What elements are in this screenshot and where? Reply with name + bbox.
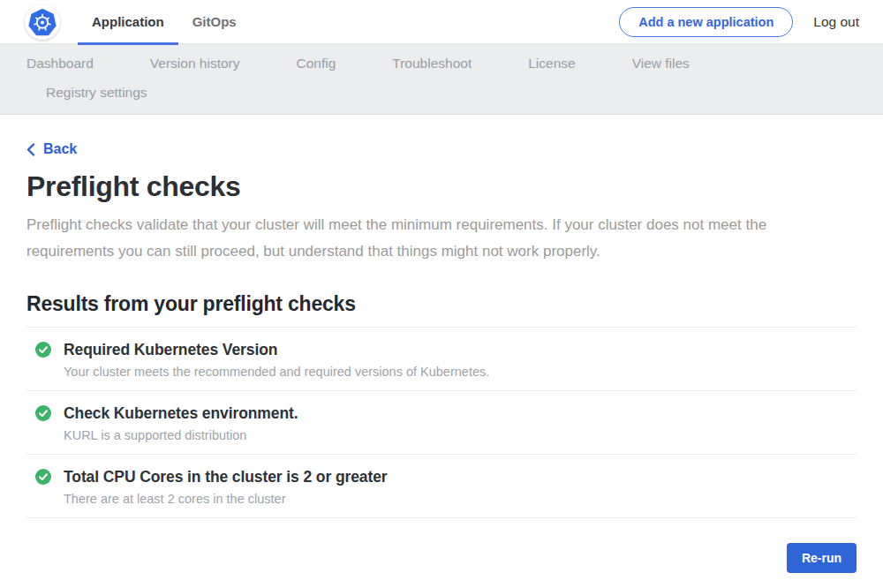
subnav-item-license[interactable]: License	[528, 56, 575, 71]
footer-actions: Re-run	[26, 543, 857, 573]
check-success-icon	[35, 342, 51, 358]
check-success-icon	[35, 405, 51, 421]
check-title: Required Kubernetes Version	[64, 341, 277, 359]
back-label: Back	[43, 141, 77, 157]
top-header: Application GitOps Add a new application…	[0, 0, 883, 44]
check-message: There are at least 2 cores in the cluste…	[64, 492, 857, 506]
preflight-check-list: Required Kubernetes Version Your cluster…	[26, 327, 857, 518]
back-link[interactable]: Back	[26, 141, 77, 157]
subnav-item-troubleshoot[interactable]: Troubleshoot	[392, 56, 472, 71]
app-subnav: Dashboard Version history Config Trouble…	[0, 44, 883, 115]
page-description: Preflight checks validate that your clus…	[26, 212, 839, 265]
page-title: Preflight checks	[26, 170, 857, 203]
tab-application[interactable]: Application	[78, 0, 178, 44]
kubernetes-logo[interactable]	[25, 4, 60, 40]
subnav-item-dashboard[interactable]: Dashboard	[26, 56, 94, 71]
check-message: Your cluster meets the recommended and r…	[64, 365, 857, 379]
subnav-row-2: Registry settings	[26, 85, 857, 101]
tab-gitops[interactable]: GitOps	[178, 0, 251, 44]
subnav-item-config[interactable]: Config	[297, 56, 336, 71]
check-row-kubernetes-version: Required Kubernetes Version Your cluster…	[26, 328, 857, 391]
add-application-button[interactable]: Add a new application	[619, 7, 793, 37]
subnav-item-view-files[interactable]: View files	[632, 56, 690, 71]
check-message: KURL is a supported distribution	[64, 428, 857, 442]
subnav-row-1: Dashboard Version history Config Trouble…	[26, 56, 857, 72]
rerun-button[interactable]: Re-run	[787, 543, 857, 573]
check-success-icon	[35, 469, 51, 485]
primary-tabs: Application GitOps	[78, 0, 251, 44]
results-heading: Results from your preflight checks	[26, 291, 857, 316]
check-title: Total CPU Cores in the cluster is 2 or g…	[64, 468, 388, 486]
subnav-item-version-history[interactable]: Version history	[150, 56, 240, 71]
preflight-page: Back Preflight checks Preflight checks v…	[0, 115, 883, 573]
subnav-item-registry-settings[interactable]: Registry settings	[46, 85, 147, 100]
kubernetes-helm-icon	[27, 7, 57, 37]
check-title: Check Kubernetes environment.	[64, 404, 298, 423]
check-row-cpu-cores: Total CPU Cores in the cluster is 2 or g…	[26, 455, 857, 518]
chevron-left-icon	[26, 143, 35, 156]
check-row-kubernetes-environment: Check Kubernetes environment. KURL is a …	[26, 391, 857, 455]
logout-link[interactable]: Log out	[813, 14, 859, 30]
